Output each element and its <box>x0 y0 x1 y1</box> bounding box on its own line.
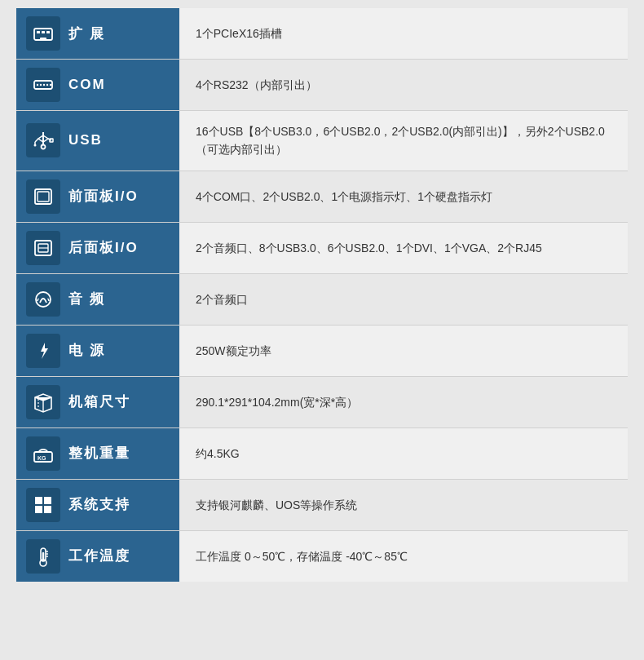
svg-rect-25 <box>35 506 42 513</box>
front-io-icon <box>26 179 60 214</box>
svg-point-9 <box>46 84 48 86</box>
value-cell-usb: 16个USB【8个USB3.0，6个USB2.0，2个USB2.0(内部引出)】… <box>179 111 628 171</box>
svg-rect-15 <box>37 192 49 202</box>
value-cell-rear-io: 2个音频口、8个USB3.0、6个USB2.0、1个DVI、1个VGA、2个RJ… <box>179 223 628 273</box>
spec-row-usb: USB16个USB【8个USB3.0，6个USB2.0，2个USB2.0(内部引… <box>16 111 628 171</box>
chassis-icon <box>26 385 60 419</box>
rear-io-icon <box>26 231 60 265</box>
os-icon <box>26 488 60 522</box>
svg-point-10 <box>50 84 51 86</box>
com-icon <box>26 68 60 102</box>
usb-icon <box>26 123 60 157</box>
value-cell-front-io: 4个COM口、2个USB2.0、1个电源指示灯、1个硬盘指示灯 <box>179 171 628 222</box>
spec-row-temp: 工作温度工作温度 0～50℃，存储温度 -40℃～85℃ <box>16 531 628 582</box>
svg-rect-4 <box>40 38 46 40</box>
spec-row-com: COM4个RS232（内部引出） <box>16 60 628 111</box>
label-text-weight: 整机重量 <box>68 444 130 463</box>
svg-rect-24 <box>44 497 51 504</box>
spec-row-rear-io: 后面板I/O2个音频口、8个USB3.0、6个USB2.0、1个DVI、1个VG… <box>16 223 628 274</box>
label-cell-com: COM <box>16 60 179 110</box>
label-text-temp: 工作温度 <box>68 547 130 565</box>
spec-row-chassis: 机箱尺寸290.1*291*104.2mm(宽*深*高） <box>16 377 628 428</box>
svg-point-11 <box>42 145 46 149</box>
label-text-front-io: 前面板I/O <box>68 187 139 206</box>
power-icon <box>26 334 60 368</box>
label-cell-chassis: 机箱尺寸 <box>16 377 179 427</box>
value-cell-com: 4个RS232（内部引出） <box>179 60 628 110</box>
label-cell-front-io: 前面板I/O <box>16 171 179 222</box>
label-text-chassis: 机箱尺寸 <box>68 392 130 411</box>
label-text-expansion: 扩 展 <box>68 24 105 43</box>
svg-rect-3 <box>46 31 50 33</box>
audio-icon <box>26 282 60 317</box>
svg-text:KG: KG <box>37 455 46 461</box>
spec-table: 扩 展1个PCIeX16插槽 COM4个RS232（内部引出） USB16个US… <box>16 8 628 582</box>
svg-rect-23 <box>35 497 42 504</box>
svg-point-6 <box>37 84 38 86</box>
spec-row-power: 电 源250W额定功率 <box>16 326 628 377</box>
temp-icon <box>26 539 60 574</box>
label-cell-usb: USB <box>16 111 179 171</box>
spec-row-weight: KG 整机重量约4.5KG <box>16 428 628 480</box>
spec-row-expansion: 扩 展1个PCIeX16插槽 <box>16 8 628 60</box>
label-cell-expansion: 扩 展 <box>16 8 179 59</box>
label-text-os: 系统支持 <box>68 495 130 514</box>
label-cell-os: 系统支持 <box>16 480 179 530</box>
label-text-audio: 音 频 <box>68 290 105 308</box>
label-cell-audio: 音 频 <box>16 274 179 325</box>
label-text-power: 电 源 <box>68 341 105 360</box>
label-cell-rear-io: 后面板I/O <box>16 223 179 273</box>
svg-point-7 <box>40 84 42 86</box>
label-cell-weight: KG 整机重量 <box>16 428 179 479</box>
value-cell-power: 250W额定功率 <box>179 326 628 376</box>
label-cell-temp: 工作温度 <box>16 531 179 582</box>
value-cell-expansion: 1个PCIeX16插槽 <box>179 8 628 59</box>
spec-row-front-io: 前面板I/O4个COM口、2个USB2.0、1个电源指示灯、1个硬盘指示灯 <box>16 171 628 223</box>
svg-point-12 <box>34 144 37 147</box>
svg-rect-2 <box>42 31 45 33</box>
svg-rect-26 <box>44 506 51 513</box>
spec-row-audio: 音 频2个音频口 <box>16 274 628 326</box>
weight-icon: KG <box>26 436 60 471</box>
value-cell-os: 支持银河麒麟、UOS等操作系统 <box>179 480 628 530</box>
label-text-rear-io: 后面板I/O <box>68 238 139 257</box>
label-cell-power: 电 源 <box>16 326 179 376</box>
label-text-com: COM <box>68 77 106 93</box>
value-cell-audio: 2个音频口 <box>179 274 628 325</box>
label-text-usb: USB <box>68 132 103 148</box>
value-cell-chassis: 290.1*291*104.2mm(宽*深*高） <box>179 377 628 427</box>
value-cell-temp: 工作温度 0～50℃，存储温度 -40℃～85℃ <box>179 531 628 582</box>
spec-row-os: 系统支持支持银河麒麟、UOS等操作系统 <box>16 480 628 531</box>
svg-point-8 <box>43 84 45 86</box>
value-cell-weight: 约4.5KG <box>179 428 628 479</box>
svg-rect-1 <box>37 31 40 33</box>
expansion-icon <box>26 16 60 51</box>
